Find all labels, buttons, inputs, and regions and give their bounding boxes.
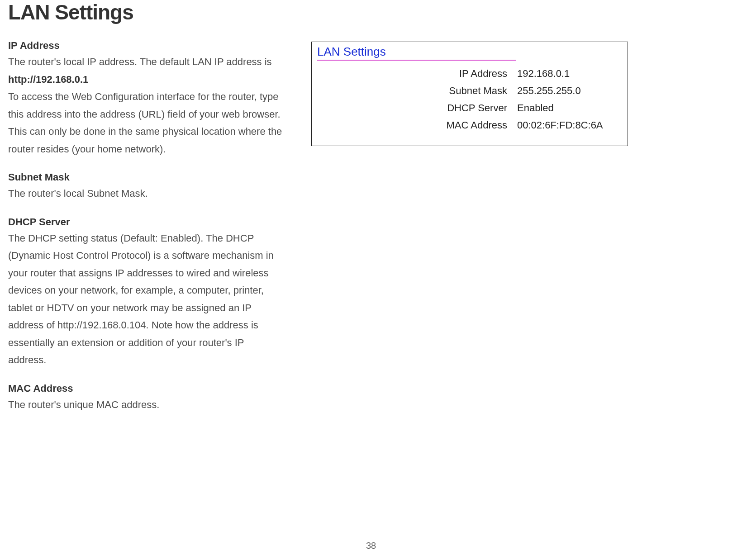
panel-title: LAN Settings [317, 45, 386, 58]
ip-address-text-1: The router's local IP address. The defau… [8, 56, 272, 67]
panel-value-subnet-mask: 255.255.255.0 [517, 85, 581, 97]
section-body-subnet-mask: The router's local Subnet Mask. [8, 185, 284, 203]
content-area: IP Address The router's local IP address… [8, 40, 734, 427]
section-heading-mac-address: MAC Address [8, 383, 284, 394]
panel-label-subnet-mask: Subnet Mask [426, 85, 517, 97]
section-heading-dhcp-server: DHCP Server [8, 216, 284, 228]
panel-row-ip-address: IP Address 192.168.0.1 [426, 68, 622, 80]
panel-label-mac-address: MAC Address [426, 119, 517, 131]
lan-settings-panel: LAN Settings IP Address 192.168.0.1 Subn… [311, 42, 628, 146]
panel-label-ip-address: IP Address [426, 68, 517, 80]
ip-address-text-2: To access the Web Configuration interfac… [8, 91, 282, 155]
section-body-mac-address: The router's unique MAC address. [8, 396, 284, 414]
section-ip-address: IP Address The router's local IP address… [8, 40, 284, 158]
section-dhcp-server: DHCP Server The DHCP setting status (Def… [8, 216, 284, 369]
panel-row-subnet-mask: Subnet Mask 255.255.255.0 [426, 85, 622, 97]
page-number: 38 [0, 541, 742, 551]
panel-value-mac-address: 00:02:6F:FD:8C:6A [517, 119, 603, 131]
section-mac-address: MAC Address The router's unique MAC addr… [8, 383, 284, 414]
panel-value-dhcp-server: Enabled [517, 102, 554, 114]
panel-row-dhcp-server: DHCP Server Enabled [426, 102, 622, 114]
section-body-dhcp-server: The DHCP setting status (Default: Enable… [8, 230, 284, 369]
description-column: IP Address The router's local IP address… [8, 40, 284, 427]
panel-rows: IP Address 192.168.0.1 Subnet Mask 255.2… [317, 68, 622, 131]
page-title: LAN Settings [8, 0, 734, 24]
panel-row-mac-address: MAC Address 00:02:6F:FD:8C:6A [426, 119, 622, 131]
default-ip-address: http://192.168.0.1 [8, 74, 88, 85]
section-subnet-mask: Subnet Mask The router's local Subnet Ma… [8, 171, 284, 203]
section-heading-ip-address: IP Address [8, 40, 284, 52]
panel-value-ip-address: 192.168.0.1 [517, 68, 570, 80]
settings-panel-column: LAN Settings IP Address 192.168.0.1 Subn… [311, 40, 734, 427]
panel-title-wrap: LAN Settings [317, 45, 516, 61]
section-body-ip-address: The router's local IP address. The defau… [8, 53, 284, 158]
section-heading-subnet-mask: Subnet Mask [8, 171, 284, 183]
panel-label-dhcp-server: DHCP Server [426, 102, 517, 114]
